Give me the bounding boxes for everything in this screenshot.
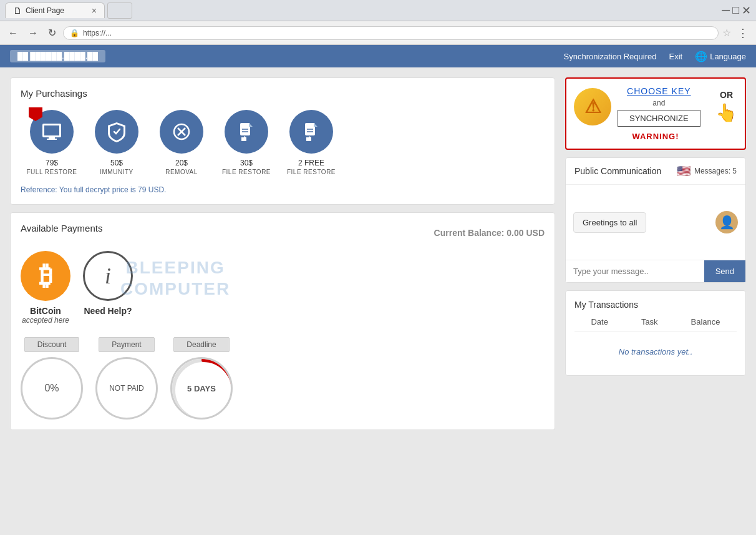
- minimize-button[interactable]: ─: [722, 4, 730, 17]
- payment-item: Payment NOT PAID: [95, 337, 158, 420]
- message-input[interactable]: [566, 260, 704, 282]
- browser-tab[interactable]: 🗋 Client Page ×: [5, 2, 105, 18]
- product-icon-immunity: [95, 110, 138, 154]
- product-icon-file-restore-2: [289, 110, 333, 154]
- communication-card: Public Communication 🇺🇸 Messages: 5 Gree…: [565, 157, 746, 283]
- product-price-full-restore: 79$: [46, 159, 58, 167]
- svg-marker-12: [314, 123, 317, 127]
- status-row: Discount 0% Payment NOT PAID: [21, 337, 545, 420]
- comm-input-row: Send: [566, 260, 745, 282]
- message-count: Messages: 5: [694, 167, 737, 175]
- info-icon: i: [83, 251, 133, 301]
- discount-circle: 0%: [21, 357, 83, 420]
- product-icon-full-restore: [30, 110, 74, 154]
- info-symbol: i: [105, 263, 111, 289]
- synchronize-button[interactable]: SYNCHRONIZE: [618, 110, 700, 127]
- new-tab-area: [107, 2, 132, 19]
- send-button[interactable]: Send: [704, 260, 745, 282]
- maximize-button[interactable]: □: [732, 4, 739, 17]
- browser-titlebar: 🗋 Client Page × ─ □ ✕: [0, 0, 756, 21]
- payment-circle: NOT PAID: [95, 357, 158, 420]
- product-removal[interactable]: 20$ REMOVAL: [150, 107, 213, 178]
- product-badge: [29, 107, 42, 121]
- bitcoin-symbol: ₿: [39, 261, 52, 291]
- address-text: https://...: [83, 29, 112, 37]
- main-content: My Purchasings 79$ FULL RESTORE 5: [0, 67, 756, 535]
- product-file-restore-1[interactable]: 30$ FILE RESTORE: [215, 107, 278, 178]
- reference-text: Reference: You full decrypt price is 79 …: [21, 185, 545, 194]
- app-header: ██ ██████.████.██ Synchronization Requir…: [0, 45, 756, 67]
- payments-header: Available Payments Current Balance: 0.00…: [21, 223, 545, 242]
- bitcoin-sub: accepted here: [22, 316, 69, 325]
- refresh-button[interactable]: ↻: [45, 26, 59, 40]
- close-button[interactable]: ✕: [742, 4, 751, 17]
- left-panel: My Purchasings 79$ FULL RESTORE 5: [10, 77, 555, 525]
- no-transactions-text: No transactions yet..: [574, 337, 737, 366]
- right-panel: ⚠ CHOOSE KEY and SYNCHRONIZE OR 👆 WARNIN…: [565, 77, 746, 525]
- bookmark-button[interactable]: ☆: [722, 27, 731, 39]
- lock-icon: 🔒: [70, 29, 79, 37]
- product-price-file-restore-1: 30$: [240, 159, 253, 167]
- svg-rect-3: [47, 139, 57, 140]
- comm-meta: 🇺🇸 Messages: 5: [677, 164, 737, 178]
- and-text: and: [652, 99, 665, 107]
- sync-required-link[interactable]: Synchronization Required: [564, 52, 657, 61]
- product-icon-removal: [160, 110, 203, 154]
- deadline-label: Deadline: [173, 337, 229, 352]
- message-bubble: Greetings to all: [573, 212, 646, 233]
- address-bar[interactable]: 🔒 https://...: [63, 26, 719, 40]
- browser-menu-button[interactable]: ⋮: [735, 26, 751, 40]
- hand-pointer-icon: 👆: [715, 102, 737, 123]
- bitcoin-method[interactable]: ₿ BitCoin accepted here: [21, 251, 70, 325]
- warning-triangle-icon: ⚠: [574, 88, 611, 125]
- warning-box: ⚠ CHOOSE KEY and SYNCHRONIZE OR 👆 WARNIN…: [565, 77, 746, 150]
- product-price-removal: 20$: [175, 159, 188, 167]
- products-row: 79$ FULL RESTORE 50$ IMMUNITY 20$: [21, 107, 545, 178]
- help-label: Need Help?: [84, 306, 132, 316]
- product-price-immunity: 50$: [110, 159, 123, 167]
- tab-close-button[interactable]: ×: [92, 6, 97, 16]
- logo-text: ██ ██████.████.██: [10, 50, 105, 62]
- col-task: Task: [641, 317, 658, 326]
- header-nav: Synchronization Required Exit 🌐 Language: [564, 51, 746, 62]
- or-text: OR: [720, 90, 733, 100]
- payment-value: NOT PAID: [109, 384, 144, 393]
- browser-toolbar: ← → ↻ 🔒 https://... ☆ ⋮: [0, 21, 756, 45]
- forward-button[interactable]: →: [25, 26, 41, 40]
- warning-top-row: ⚠ CHOOSE KEY and SYNCHRONIZE OR 👆: [574, 86, 737, 127]
- deadline-circle: 5 DAYS: [170, 357, 233, 420]
- product-immunity[interactable]: 50$ IMMUNITY: [85, 107, 148, 178]
- warning-middle: CHOOSE KEY and SYNCHRONIZE: [618, 86, 700, 127]
- product-full-restore[interactable]: 79$ FULL RESTORE: [21, 107, 83, 178]
- payments-card: Available Payments Current Balance: 0.00…: [10, 212, 555, 430]
- monitor-icon: [41, 120, 63, 143]
- discount-item: Discount 0%: [21, 337, 83, 420]
- purchasings-card: My Purchasings 79$ FULL RESTORE 5: [10, 77, 555, 205]
- product-file-restore-2[interactable]: 2 FREE FILE RESTORE: [280, 107, 342, 178]
- file2-icon: [300, 120, 322, 143]
- help-method[interactable]: i Need Help?: [83, 251, 133, 325]
- comm-header: Public Communication 🇺🇸 Messages: 5: [566, 158, 745, 185]
- product-icon-file-restore-1: [225, 110, 268, 154]
- file-icon: [235, 120, 258, 143]
- discount-label: Discount: [24, 337, 80, 352]
- deadline-progress-svg: [170, 357, 233, 420]
- bitcoin-icon: ₿: [21, 251, 70, 301]
- choose-key-link[interactable]: CHOOSE KEY: [627, 86, 691, 96]
- language-button[interactable]: 🌐 Language: [695, 51, 746, 62]
- product-name-removal: REMOVAL: [165, 169, 198, 175]
- exit-link[interactable]: Exit: [669, 52, 682, 61]
- shield-icon: [105, 120, 128, 143]
- deadline-item: Deadline 5 DAYS: [170, 337, 233, 420]
- back-button[interactable]: ←: [5, 26, 21, 40]
- flag-icon: 🇺🇸: [677, 164, 691, 178]
- balance-text: Current Balance: 0.00 USD: [434, 228, 545, 238]
- tab-title: Client Page: [26, 6, 64, 15]
- svg-marker-8: [249, 123, 253, 127]
- language-label: Language: [710, 52, 746, 61]
- transactions-card: My Transactions Date Task Balance No tra…: [565, 290, 746, 376]
- col-balance: Balance: [691, 317, 720, 326]
- payments-body: BLEEPING COMPUTER ₿ BitCoin accepted her…: [21, 251, 545, 420]
- discount-value: 0%: [44, 383, 59, 394]
- avatar-icon: 👤: [715, 211, 738, 233]
